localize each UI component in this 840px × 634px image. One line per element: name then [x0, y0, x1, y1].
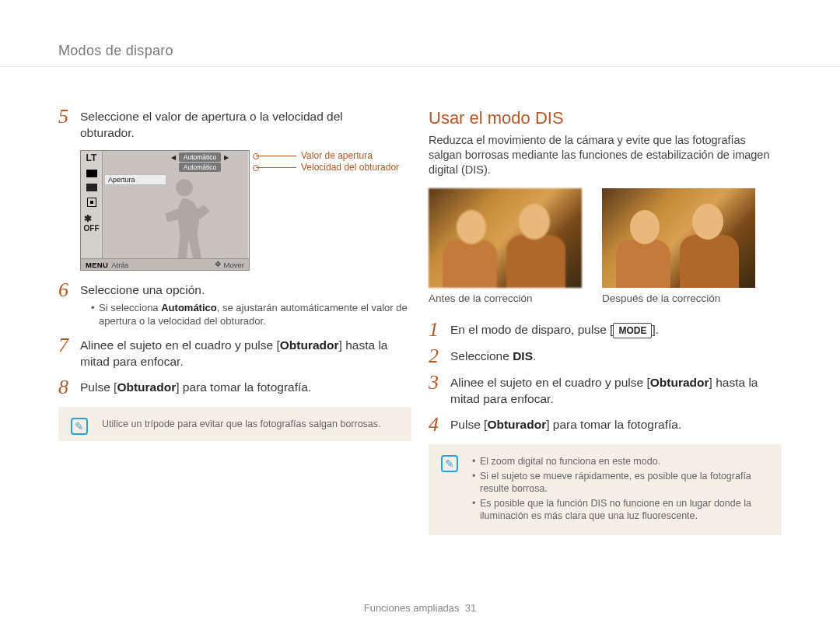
step-4: 4 Pulse [Obturador] para tomar la fotogr…: [429, 416, 782, 433]
dis-note-1: El zoom digital no funciona en este modo…: [472, 455, 768, 468]
step-8: 8 Pulse [Obturador] para tomar la fotogr…: [58, 379, 411, 396]
step-7: 7 Alinee el sujeto en el cuadro y pulse …: [58, 337, 411, 370]
section-lead: Reduzca el movimiento de la cámara y evi…: [429, 133, 782, 177]
section-title-dis: Usar el modo DIS: [429, 108, 782, 128]
note-icon: ✎: [71, 418, 88, 435]
after-caption: Después de la corrección: [602, 292, 755, 304]
step-number: 4: [429, 416, 450, 433]
lcd-legend: Valor de apertura Velocidad del obturado…: [256, 150, 399, 173]
note-text: Utilice un trípode para evitar que las f…: [102, 419, 381, 429]
step-text: Seleccione una opción. Si selecciona Aut…: [80, 282, 411, 328]
step-text: Pulse [Obturador] para tomar la fotograf…: [450, 416, 681, 433]
step-text: En el modo de disparo, pulse [MODE].: [450, 321, 659, 338]
before-thumb: [429, 188, 582, 288]
page-footer: Funciones ampliadas 31: [0, 602, 840, 614]
dis-note-list: El zoom digital no funciona en este modo…: [472, 455, 768, 522]
legend-pointer-1: [256, 156, 296, 156]
step5-line1: Seleccione el valor de apertura o la vel…: [80, 110, 343, 123]
step-text: Seleccione DIS.: [450, 348, 536, 365]
step-1: 1 En el modo de disparo, pulse [MODE].: [429, 321, 782, 338]
header-divider: [0, 66, 840, 67]
before-after-images: Antes de la corrección Después de la cor…: [429, 188, 782, 304]
dis-note-3: Es posible que la función DIS no funcion…: [472, 497, 768, 522]
step-text: Alinee el sujeto en el cuadro y pulse [O…: [80, 337, 411, 370]
step6-sub-item: Si selecciona Automático, se ajustarán a…: [91, 301, 411, 328]
before-caption: Antes de la corrección: [429, 292, 582, 304]
dpad-icon: ✥: [213, 260, 222, 269]
step-5: 5 Seleccione el valor de apertura o la v…: [58, 108, 411, 141]
manual-page: Modos de disparo 5 Seleccione el valor d…: [0, 0, 840, 634]
after-thumb: [602, 188, 755, 288]
arrow-left-icon: ◀: [171, 154, 176, 161]
person-silhouette-icon: [149, 173, 219, 258]
quality-icon: [86, 184, 97, 191]
step-number: 5: [58, 108, 80, 141]
metering-icon: [87, 198, 96, 207]
film-icon: [86, 170, 97, 177]
mode-keycap: MODE: [613, 323, 652, 338]
step-number: 8: [58, 379, 80, 396]
content-columns: 5 Seleccione el valor de apertura o la v…: [58, 73, 782, 535]
lcd-illustration-wrap: LT ✱OFF ◀ Automático ▶ Automático Apertu…: [80, 150, 411, 271]
arrow-right-icon: ▶: [224, 154, 229, 161]
dis-note-2: Si el sujeto se mueve rápidamente, es po…: [472, 470, 768, 495]
after-box: Después de la corrección: [602, 188, 755, 304]
dis-notes: ✎ El zoom digital no funciona en este mo…: [429, 444, 782, 535]
back-label: Atrás: [111, 261, 128, 269]
legend-aperture: Valor de apertura: [301, 150, 373, 162]
step-text: Pulse [Obturador] para tomar la fotograf…: [80, 379, 311, 396]
step-3: 3 Alinee el sujeto en el cuadro y pulse …: [429, 374, 782, 407]
left-column: 5 Seleccione el valor de apertura o la v…: [58, 108, 411, 535]
step-number: 1: [429, 321, 450, 338]
lcd-bottom-bar: MENU Atrás ✥ Mover: [81, 258, 249, 270]
camera-lcd-mock: LT ✱OFF ◀ Automático ▶ Automático Apertu…: [80, 150, 250, 271]
step-2: 2 Seleccione DIS.: [429, 348, 782, 365]
step-number: 6: [58, 282, 80, 328]
shutter-value-pill: Automático: [179, 163, 221, 172]
right-column: Usar el modo DIS Reduzca el movimiento d…: [429, 108, 782, 535]
step5-line2: obturador.: [80, 126, 135, 139]
menu-label: MENU: [81, 261, 111, 269]
step-6: 6 Seleccione una opción. Si selecciona A…: [58, 282, 411, 328]
tripod-note: ✎ Utilice un trípode para evitar que las…: [58, 407, 411, 441]
footer-section: Funciones ampliadas: [364, 602, 460, 614]
lcd-mode-label: LT: [86, 152, 97, 163]
step6-sublist: Si selecciona Automático, se ajustarán a…: [80, 301, 411, 328]
step6-text: Seleccione una opción.: [80, 283, 205, 296]
footer-page: 31: [465, 602, 476, 614]
lcd-top: ◀ Automático ▶ Automático: [103, 151, 249, 173]
note-icon: ✎: [441, 455, 458, 472]
breadcrumb: Modos de disparo: [58, 43, 782, 59]
aperture-value-pill: Automático: [179, 152, 221, 162]
step-number: 7: [58, 337, 80, 370]
legend-shutter: Velocidad del obturador: [301, 162, 399, 173]
flash-off-icon: ✱OFF: [84, 213, 100, 233]
legend-pointer-2: [256, 167, 296, 168]
step-text: Seleccione el valor de apertura o la vel…: [80, 108, 343, 141]
lcd-sidebar: LT ✱OFF: [81, 151, 103, 258]
move-label: Mover: [224, 261, 249, 269]
before-box: Antes de la corrección: [429, 188, 582, 304]
step-number: 3: [429, 374, 450, 407]
step-number: 2: [429, 348, 450, 365]
step-text: Alinee el sujeto en el cuadro y pulse [O…: [450, 374, 782, 407]
